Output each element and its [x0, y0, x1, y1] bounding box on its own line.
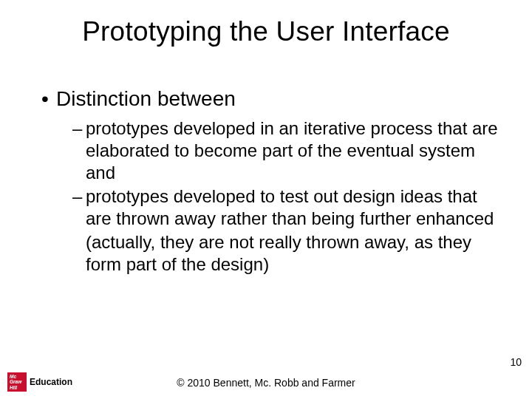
slide-title: Prototyping the User Interface: [0, 16, 532, 47]
logo-line3: Hill: [10, 385, 17, 390]
logo-box-icon: Mc Graw Hill: [7, 372, 27, 392]
sub-bullet-2-text: prototypes developed to test out design …: [86, 186, 494, 228]
bullet-level1: •Distinction between: [41, 86, 499, 112]
slide-body: •Distinction between –prototypes develop…: [41, 86, 499, 277]
sub-bullet-2: –prototypes developed to test out design…: [72, 185, 499, 230]
bullet-level1-text: Distinction between: [56, 87, 236, 110]
dash-icon: –: [72, 185, 86, 208]
slide: Prototyping the User Interface •Distinct…: [0, 0, 532, 399]
copyright-text: © 2010 Bennett, Mc. Robb and Farmer: [0, 377, 532, 389]
logo-line1: Mc: [10, 374, 16, 379]
sub-bullet-2-note: (actually, they are not really thrown aw…: [72, 231, 499, 276]
logo-line2: Graw: [10, 379, 21, 384]
logo-brand-text: Education: [30, 377, 72, 387]
sub-bullet-1-text: prototypes developed in an iterative pro…: [86, 118, 498, 183]
sub-bullet-1: –prototypes developed in an iterative pr…: [72, 117, 499, 184]
dash-icon: –: [72, 117, 86, 140]
sub-bullet-group: –prototypes developed in an iterative pr…: [72, 117, 499, 276]
publisher-logo: Mc Graw Hill Education: [7, 372, 72, 392]
bullet-dot-icon: •: [41, 86, 56, 112]
page-number: 10: [510, 356, 522, 368]
